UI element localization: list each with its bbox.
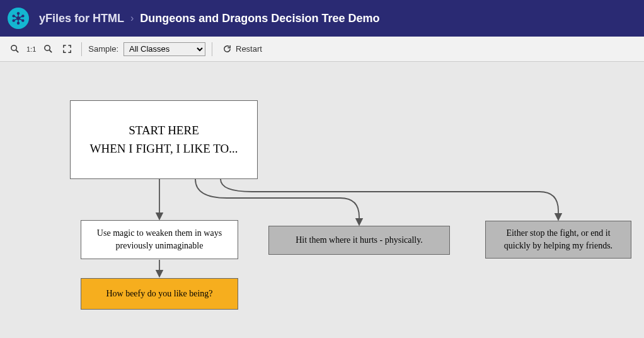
sample-label: Sample: [88, 44, 118, 54]
node-question-beefy[interactable]: How beefy do you like being? [81, 278, 238, 310]
node-text-line: Use magic to weaken them in ways [97, 227, 222, 240]
brand-logo [8, 8, 29, 29]
zoom-ratio-label[interactable]: 1:1 [26, 45, 36, 53]
node-text-line: Hit them where it hurts - physically. [296, 234, 423, 247]
zoom-out-button[interactable] [40, 41, 56, 57]
demo-title: Dungeons and Dragons Decision Tree Demo [140, 12, 379, 25]
sample-select[interactable]: All Classes [124, 42, 205, 56]
zoom-out-icon [43, 44, 53, 54]
svg-point-15 [45, 45, 50, 50]
zoom-in-icon [10, 44, 20, 54]
node-option-hit[interactable]: Hit them where it hurts - physically. [268, 226, 450, 255]
node-option-magic[interactable]: Use magic to weaken them in ways previou… [81, 220, 238, 259]
fit-icon [62, 44, 72, 54]
graph-canvas[interactable]: START HERE WHEN I FIGHT, I LIKE TO... Us… [0, 62, 644, 338]
zoom-in-button[interactable] [6, 41, 23, 57]
chevron-right-icon: › [130, 13, 134, 24]
node-text-line: WHEN I FIGHT, I LIKE TO... [90, 140, 238, 158]
node-start[interactable]: START HERE WHEN I FIGHT, I LIKE TO... [70, 100, 258, 179]
svg-point-13 [11, 45, 16, 50]
restart-button[interactable]: Restart [219, 42, 266, 55]
toolbar: 1:1 Sample: All Classes Restart [0, 37, 644, 62]
svg-line-14 [16, 50, 18, 52]
node-text-line: previously unimaginable [116, 240, 204, 252]
node-option-stop[interactable]: Either stop the fight, or end it quickly… [485, 221, 631, 259]
separator [81, 42, 82, 56]
node-text-line: START HERE [129, 122, 199, 140]
svg-line-16 [49, 50, 52, 52]
app-header: yFiles for HTML › Dungeons and Dragons D… [0, 0, 644, 37]
node-text-line: How beefy do you like being? [106, 288, 212, 300]
fit-content-button[interactable] [59, 41, 75, 57]
refresh-icon [222, 44, 232, 54]
separator [212, 42, 212, 56]
graph-icon [11, 11, 25, 25]
node-text-line: quickly by helping my friends. [504, 240, 612, 252]
restart-label: Restart [236, 44, 262, 54]
product-title[interactable]: yFiles for HTML [39, 12, 124, 25]
node-text-line: Either stop the fight, or end it [506, 227, 610, 240]
